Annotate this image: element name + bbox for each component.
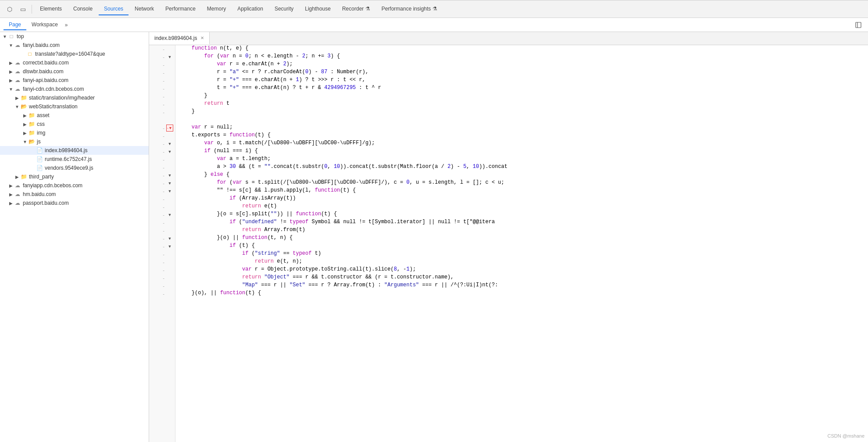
gutter-line-19: - ▼ xyxy=(162,187,175,195)
tab-security[interactable]: Security xyxy=(269,3,299,15)
gutter-collapse-18[interactable]: ▼ xyxy=(166,180,173,187)
gutter-dash-24: - xyxy=(162,228,165,233)
tree-item-index-js[interactable]: ▶ 📄 index.b9894604.js xyxy=(0,146,149,155)
tree-item-css[interactable]: ▶ 📁 css xyxy=(0,120,149,128)
code-line-12: t.exports = function(t) { xyxy=(175,132,868,140)
gutter-dash-20: - xyxy=(162,196,165,202)
top-tab-bar: ⬡ ▭ Elements Console Sources Network Per… xyxy=(0,0,868,18)
gutter-dash-28: - xyxy=(162,260,165,265)
tree-item-translate-file[interactable]: ▶ □ translate?aldtype=16047&que xyxy=(0,50,149,58)
tree-arrow-js: ▼ xyxy=(22,139,28,145)
gutter-dash-16: - xyxy=(162,165,165,170)
more-tabs-button[interactable]: » xyxy=(63,20,70,30)
tree-item-webstatic[interactable]: ▼ 📂 webStatic/translation xyxy=(0,102,149,111)
tree-label-static: static/translation/img/header xyxy=(29,95,95,101)
gutter-line-3: - xyxy=(162,61,175,69)
gutter-collapse-13[interactable]: ▼ xyxy=(166,140,173,147)
devtools-panel: ⬡ ▭ Elements Console Sources Network Per… xyxy=(0,0,868,442)
file-icon-runtime-js: 📄 xyxy=(36,156,43,163)
gutter-dash-8: - xyxy=(162,102,165,107)
tab-sources[interactable]: Sources xyxy=(99,3,129,15)
device-icon[interactable]: ▭ xyxy=(17,3,29,15)
gutter-line-14: - ▼ xyxy=(162,148,175,156)
keyword-for-18: for xyxy=(217,179,226,185)
tree-item-third-party[interactable]: ▶ 📁 third_party xyxy=(0,172,149,181)
tab-perf-insights[interactable]: Performance insights ⚗ xyxy=(376,3,443,15)
file-tab-bar: index.b9894604.js ✕ xyxy=(149,32,868,45)
tree-item-dlswbr[interactable]: ▶ ☁ dlswbr.baidu.com xyxy=(0,67,149,76)
tree-item-static-folder[interactable]: ▶ 📁 static/translation/img/header xyxy=(0,93,149,102)
code-line-23: if ("undefined" != typeof Symbol && null… xyxy=(175,219,868,227)
gutter-line-11: - -▼ xyxy=(162,124,175,132)
toggle-panel-button[interactable] xyxy=(852,19,864,31)
code-line-29: var r = Object.prototype.toString.call(t… xyxy=(175,266,868,274)
tab-performance[interactable]: Performance xyxy=(160,3,201,15)
gutter-line-1: - ▼ xyxy=(162,45,175,53)
keyword-return-24: return xyxy=(242,227,261,233)
gutter-collapse-14[interactable]: ▼ xyxy=(166,148,173,155)
sub-tab-page[interactable]: Page xyxy=(4,20,26,30)
keyword-var-15: var xyxy=(217,156,226,162)
tab-network[interactable]: Network xyxy=(129,3,159,15)
tab-memory[interactable]: Memory xyxy=(202,3,231,15)
gutter-dash-7: - xyxy=(162,94,165,99)
tree-item-runtime-js[interactable]: ▶ 📄 runtime.6c752c47.js xyxy=(0,155,149,164)
folder-icon-img: 📁 xyxy=(28,129,35,136)
gutter-collapse-19[interactable]: ▼ xyxy=(166,188,173,195)
folder-icon-asset: 📁 xyxy=(28,112,35,119)
gutter-collapse-2[interactable]: ▼ xyxy=(166,53,173,61)
file-tab-close-button[interactable]: ✕ xyxy=(200,36,204,40)
file-tab-index-js[interactable]: index.b9894604.js ✕ xyxy=(149,32,210,45)
gutter-collapse-22[interactable]: ▼ xyxy=(166,211,173,218)
gutter-dash-18: - xyxy=(162,181,165,186)
keyword-if-26: if xyxy=(229,242,236,249)
tree-item-fanyi-api[interactable]: ▶ ☁ fanyi-api.baidu.com xyxy=(0,76,149,85)
tree-arrow-static: ▶ xyxy=(14,95,20,101)
gutter-dash-6: - xyxy=(162,86,165,91)
tab-elements[interactable]: Elements xyxy=(35,3,67,15)
folder-icon-webstatic: 📂 xyxy=(20,103,27,110)
domain-icon-fanyi-baidu: ☁ xyxy=(14,42,21,49)
gutter-collapse-26[interactable]: ▼ xyxy=(166,243,173,250)
tab-application[interactable]: Application xyxy=(232,3,268,15)
tree-arrow-webstatic: ▼ xyxy=(14,103,20,110)
folder-icon-static: 📁 xyxy=(20,94,27,101)
gutter-dash-19: - xyxy=(162,189,165,194)
gutter-line-10 xyxy=(162,116,175,124)
tab-recorder[interactable]: Recorder ⚗ xyxy=(337,3,375,15)
cursor-icon[interactable]: ⬡ xyxy=(4,3,16,15)
tree-label-third-party: third_party xyxy=(29,174,54,180)
tree-arrow-fanyiapp: ▶ xyxy=(8,182,14,189)
tree-item-fanyi-baidu[interactable]: ▼ ☁ fanyi.baidu.com xyxy=(0,41,149,50)
domain-icon-fanyi-cdn: ☁ xyxy=(14,86,21,93)
tree-label-webstatic: webStatic/translation xyxy=(29,103,78,110)
tab-lighthouse[interactable]: Lighthouse xyxy=(300,3,336,15)
sub-tab-workspace[interactable]: Workspace xyxy=(26,20,63,30)
tree-item-passport[interactable]: ▶ ☁ passport.baidu.com xyxy=(0,199,149,207)
gutter-collapse-11[interactable]: -▼ xyxy=(166,125,173,132)
keyword-return-28: return xyxy=(255,258,274,264)
tree-item-fanyi-cdn[interactable]: ▼ ☁ fanyi-cdn.cdn.bcebos.com xyxy=(0,85,149,93)
main-area: ▼ □ top ▼ ☁ fanyi.baidu.com ▶ □ translat… xyxy=(0,32,868,442)
gutter-collapse-25[interactable]: ▼ xyxy=(166,235,173,242)
gutter-dash-23: - xyxy=(162,220,165,225)
tree-item-hm-baidu[interactable]: ▶ ☁ hm.baidu.com xyxy=(0,190,149,199)
gutter-collapse-17[interactable]: ▼ xyxy=(166,172,173,179)
tree-item-js[interactable]: ▼ 📂 js xyxy=(0,137,149,146)
tree-item-fanyiapp[interactable]: ▶ ☁ fanyiapp.cdn.bcebos.com xyxy=(0,181,149,190)
code-area: index.b9894604.js ✕ - ▼ - ▼ xyxy=(149,32,868,442)
code-line-21: return e(t) xyxy=(175,203,868,211)
tree-label-top: top xyxy=(17,33,24,39)
tree-arrow-fanyi-api: ▶ xyxy=(8,77,14,83)
gutter-line-25: - ▼ xyxy=(162,235,175,242)
tree-item-correctxt[interactable]: ▶ ☁ correctxt.baidu.com xyxy=(0,58,149,67)
tab-console[interactable]: Console xyxy=(68,3,98,15)
sidebar-file-tree: ▼ □ top ▼ ☁ fanyi.baidu.com ▶ □ translat… xyxy=(0,32,149,442)
folder-icon-js: 📂 xyxy=(28,138,35,145)
tree-item-top[interactable]: ▼ □ top xyxy=(0,32,149,41)
keyword-else-17: else xyxy=(211,171,223,178)
tree-item-img[interactable]: ▶ 📁 img xyxy=(0,128,149,137)
code-line-6: t = "+" === e.charAt(n) ? t + r & 429496… xyxy=(175,85,868,93)
tree-item-asset[interactable]: ▶ 📁 asset xyxy=(0,111,149,120)
tree-item-vendors-js[interactable]: ▶ 📄 vendors.9549ece9.js xyxy=(0,164,149,172)
